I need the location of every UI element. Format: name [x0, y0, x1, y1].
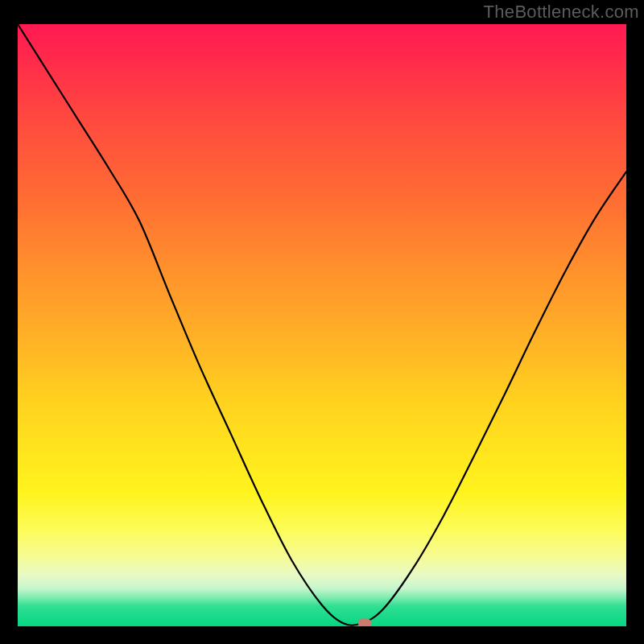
plot-area — [18, 24, 626, 626]
optimal-point-marker — [358, 619, 371, 626]
curve-path — [18, 24, 626, 625]
bottleneck-curve — [18, 24, 626, 626]
chart-frame: TheBottleneck.com — [0, 0, 644, 644]
watermark-text: TheBottleneck.com — [484, 2, 639, 23]
